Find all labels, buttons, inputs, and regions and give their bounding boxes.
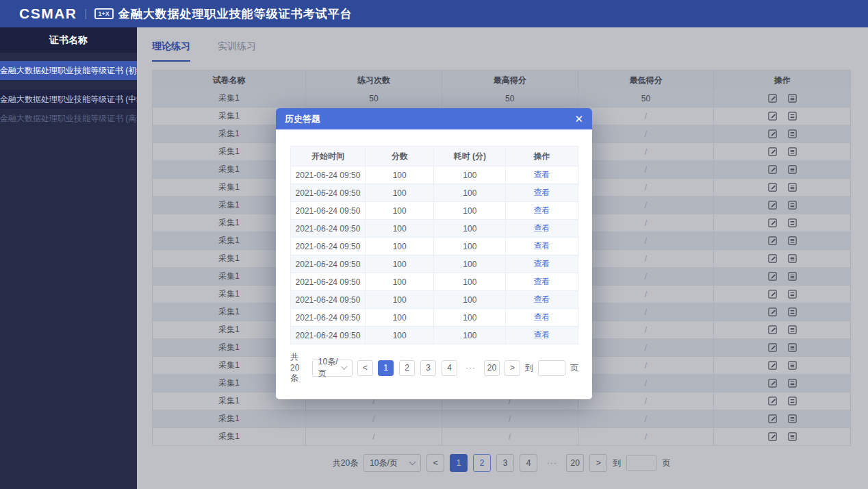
page-number-button[interactable]: 3: [496, 454, 514, 472]
practice-table-header: 试卷名称练习次数最高得分最低得分操作: [153, 71, 850, 90]
edit-icon[interactable]: [767, 271, 778, 281]
page-number-button[interactable]: 1: [450, 454, 468, 472]
modal-goto-page-input[interactable]: [538, 360, 565, 376]
edit-icon[interactable]: [767, 182, 778, 192]
record-list-icon[interactable]: [787, 236, 797, 246]
view-link[interactable]: 查看: [534, 329, 550, 341]
sidebar-item-certificate[interactable]: 金融大数据处理职业技能等级证书 (中级): [0, 90, 137, 109]
sidebar-item-certificate[interactable]: 金融大数据处理职业技能等级证书 (初级): [0, 61, 137, 80]
page-number-button[interactable]: ···: [543, 454, 561, 472]
view-link[interactable]: 查看: [534, 294, 550, 305]
history-row: 2021-06-24 09:50 100 100 查看: [291, 326, 578, 344]
cell-action: 查看: [506, 327, 578, 344]
record-list-icon[interactable]: [787, 253, 797, 264]
page-number-button[interactable]: 1: [378, 360, 394, 376]
close-icon[interactable]: ✕: [574, 114, 583, 124]
cell-min-score: /: [578, 357, 715, 374]
view-link[interactable]: 查看: [534, 258, 550, 270]
record-list-icon[interactable]: [787, 307, 797, 317]
view-link[interactable]: 查看: [534, 187, 550, 199]
cell-practice-count: /: [306, 428, 442, 445]
cell-actions: [714, 321, 850, 338]
edit-icon[interactable]: [767, 342, 778, 353]
view-link[interactable]: 查看: [534, 240, 550, 252]
tab[interactable]: 理论练习: [152, 40, 190, 62]
page-number-button[interactable]: ···: [463, 360, 478, 376]
edit-icon[interactable]: [767, 218, 778, 228]
record-list-icon[interactable]: [787, 218, 797, 228]
view-link[interactable]: 查看: [534, 223, 550, 234]
page-number-button[interactable]: 2: [473, 454, 491, 472]
modal-total-count: 共20条: [290, 351, 307, 384]
page-number-button[interactable]: 2: [399, 360, 415, 376]
page-size-value: 10条/页: [370, 457, 398, 469]
edit-icon[interactable]: [767, 253, 778, 264]
tab[interactable]: 实训练习: [218, 40, 256, 62]
record-list-icon[interactable]: [787, 325, 797, 335]
record-list-icon[interactable]: [787, 289, 797, 299]
edit-icon[interactable]: [767, 164, 778, 175]
modal-page-size-select[interactable]: 10条/页: [312, 360, 353, 377]
certificate-list: 金融大数据处理职业技能等级证书 (初级)金融大数据处理职业技能等级证书 (中级)…: [0, 61, 137, 128]
edit-icon[interactable]: [767, 236, 778, 246]
record-list-icon[interactable]: [787, 414, 797, 424]
cell-actions: [714, 339, 850, 356]
edit-icon[interactable]: [767, 325, 778, 335]
record-list-icon[interactable]: [787, 93, 797, 103]
record-list-icon[interactable]: [787, 378, 797, 388]
view-link[interactable]: 查看: [534, 205, 550, 216]
modal-next-page-button[interactable]: >: [505, 360, 520, 376]
record-list-icon[interactable]: [787, 147, 797, 157]
record-list-icon[interactable]: [787, 342, 797, 353]
record-list-icon[interactable]: [787, 200, 797, 210]
page-number-button[interactable]: 4: [520, 454, 537, 472]
edit-icon[interactable]: [767, 289, 778, 299]
cell-start-time: 2021-06-24 09:50: [291, 327, 366, 344]
edit-icon[interactable]: [767, 200, 778, 210]
cell-start-time: 2021-06-24 09:50: [291, 238, 366, 255]
modal-prev-page-button[interactable]: <: [357, 360, 373, 376]
cell-actions: [714, 90, 850, 107]
page-number-button[interactable]: 20: [566, 454, 584, 472]
page-size-select[interactable]: 10条/页: [363, 454, 421, 472]
cell-score: 100: [366, 291, 435, 308]
record-list-icon[interactable]: [787, 431, 797, 442]
page-number-button[interactable]: 4: [442, 360, 457, 376]
view-link[interactable]: 查看: [534, 169, 550, 181]
page-number-button[interactable]: 3: [420, 360, 436, 376]
cell-max-score: 50: [442, 90, 578, 107]
cell-min-score: /: [578, 392, 715, 410]
record-list-icon[interactable]: [787, 111, 797, 121]
edit-icon[interactable]: [767, 93, 778, 103]
record-list-icon[interactable]: [787, 360, 797, 371]
edit-icon[interactable]: [767, 360, 778, 371]
edit-icon[interactable]: [767, 431, 778, 442]
next-page-button[interactable]: >: [589, 454, 607, 472]
cell-min-score: /: [578, 143, 715, 160]
edit-icon[interactable]: [767, 111, 778, 121]
edit-icon[interactable]: [767, 147, 778, 157]
column-header: 操作: [714, 71, 850, 90]
page-number-button[interactable]: 20: [484, 360, 500, 376]
record-list-icon[interactable]: [787, 271, 797, 281]
edit-icon[interactable]: [767, 129, 778, 139]
record-list-icon[interactable]: [787, 182, 797, 192]
history-row: 2021-06-24 09:50 100 100 查看: [291, 255, 578, 273]
tab-bar: 理论练习实训练习: [152, 27, 851, 62]
edit-icon[interactable]: [767, 414, 778, 424]
modal-goto-label: 到: [525, 362, 533, 374]
record-list-icon[interactable]: [787, 164, 797, 175]
sidebar-item-certificate[interactable]: 金融大数据处理职业技能等级证书 (高级): [0, 109, 137, 128]
edit-icon[interactable]: [767, 378, 778, 388]
edit-icon[interactable]: [767, 307, 778, 317]
view-link[interactable]: 查看: [534, 312, 550, 323]
view-link[interactable]: 查看: [534, 276, 550, 288]
goto-page-input[interactable]: [626, 455, 656, 471]
cell-start-time: 2021-06-24 09:50: [291, 273, 366, 290]
record-list-icon[interactable]: [787, 396, 797, 406]
cell-min-score: /: [578, 179, 715, 196]
cell-action: 查看: [506, 309, 578, 326]
prev-page-button[interactable]: <: [426, 454, 444, 472]
record-list-icon[interactable]: [787, 129, 797, 139]
edit-icon[interactable]: [767, 396, 778, 406]
